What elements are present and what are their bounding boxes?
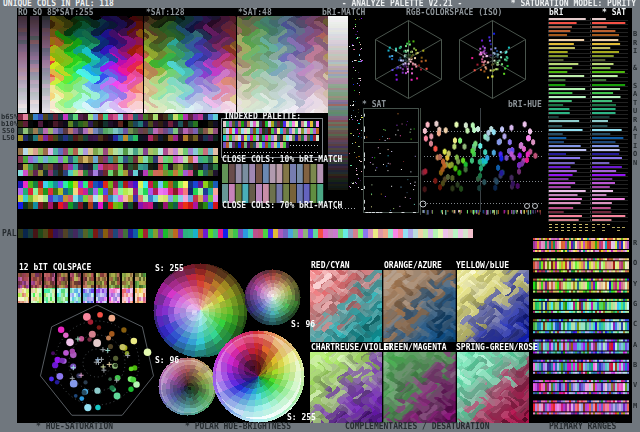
primary-letter-v: V	[631, 381, 639, 390]
sphere1-label: S: 255	[155, 265, 184, 273]
sphere4-label: S: 255	[287, 414, 316, 422]
pal-strip-label: PAL	[2, 230, 16, 238]
complementaries-toggle[interactable]: COMPLEMENTARIES / DESATURATION	[345, 423, 490, 431]
comp-label-yellow-blue: YELLOW/bLUE	[456, 262, 509, 270]
sat-bars-header: * SAT	[602, 9, 626, 17]
primary-letter-m: M	[631, 402, 639, 411]
primary-letter-y: Y	[631, 280, 639, 289]
unique-colors-count: UNIQUE COLS IN PAL: 118	[3, 0, 114, 8]
comp-label-spring-green-rose: SPRING-GREEN/ROSE	[456, 344, 538, 352]
bri-match-label: bRI-MATCH	[322, 9, 365, 17]
colspace12-title: 12 bIT COLSPACE	[19, 264, 91, 272]
primary-letter-o: O	[631, 259, 639, 268]
close-cols-10-title: CLOSE COLS: 10% bRI-MATCH	[222, 156, 342, 164]
primary-letter-a: A	[631, 341, 639, 350]
sphere2-label: S: 96	[291, 321, 315, 329]
strip-label-l50: L50	[2, 134, 15, 142]
comp-label-orange-azure: ORANGE/AZURE	[384, 262, 442, 270]
primary-letter-g: G	[631, 300, 639, 309]
comp-label-chartreuse-violet: CHARTREUSE/VIOLET	[311, 344, 393, 352]
primary-ranges-toggle[interactable]: PRIMARY RANGES	[549, 423, 616, 431]
saturation-model-toggle[interactable]: * SATURATION MODEL: PURITY	[511, 0, 636, 8]
polar-hue-brightness-toggle[interactable]: * POLAR HUE-BRIGHTNESS	[185, 423, 291, 431]
left-sidebar	[0, 8, 17, 423]
analyze-palette-app: UNIQUE COLS IN PAL: 118 - ANALYZE PALETT…	[0, 0, 640, 432]
hue-saturation-toggle[interactable]: * HUE-SATURATION	[36, 423, 113, 431]
close-cols-70-title: CLOSE COLS: 70% bRI-MATCH	[222, 202, 342, 210]
app-title: - ANALYZE PALETTE V2.21 -	[342, 0, 462, 8]
sat-255-label: *SAT:255	[55, 9, 94, 17]
sat-scatter-label: * SAT	[362, 101, 386, 109]
comp-label-red-cyan: RED/CYAN	[311, 262, 350, 270]
ro-so-label: RO SO 85	[18, 9, 57, 17]
sat-128-label: *SAT:128	[146, 9, 185, 17]
bri-bars-header: bRI	[549, 9, 563, 17]
rgb-colorspace-title: RGB-COLORSPACE (ISO)	[406, 9, 502, 17]
primary-letter-r: R	[631, 239, 639, 248]
comp-label-green-magenta: GREEN/MAGENTA	[384, 344, 447, 352]
primary-letter-c: C	[631, 320, 639, 329]
bri-saturation-side-text: B R I & S A T U R A T I O N	[631, 30, 639, 168]
primary-letter-b: B	[631, 361, 639, 370]
sat-48-label: *SAT:48	[238, 9, 272, 17]
palette-visualizations-canvas	[0, 0, 640, 432]
bri-hue-scatter-label: bRI-HUE	[508, 101, 542, 109]
sphere3-label: S: 96	[155, 357, 179, 365]
indexed-palette-title: INDEXED PALETTE:	[224, 113, 301, 121]
